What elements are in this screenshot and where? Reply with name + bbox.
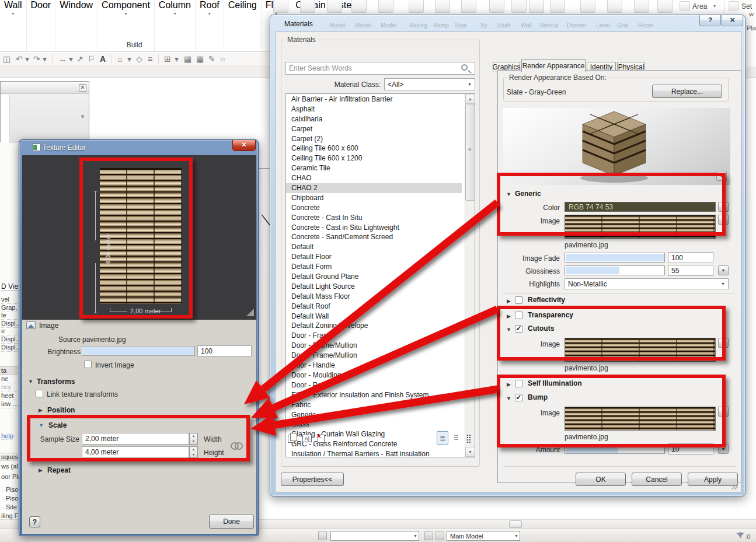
material-item-2[interactable]: caixilharia	[286, 114, 462, 124]
material-item-31[interactable]: Fabric	[286, 400, 462, 410]
duplicate-material-icon[interactable]	[288, 433, 298, 445]
material-item-11[interactable]: Concrete	[286, 203, 462, 213]
separator[interactable]	[158, 54, 159, 64]
material-item-30[interactable]: EIFS - Exterior Insulation and Finish Sy…	[286, 390, 462, 400]
material-item-27[interactable]: Door - Handle	[286, 361, 462, 370]
close-hidden-icon[interactable]: ⊞	[164, 54, 171, 64]
scrollbar-thumb[interactable]	[509, 520, 522, 528]
material-item-15[interactable]: Default	[286, 242, 462, 252]
view-small-icons-icon[interactable]: ⠿	[450, 431, 462, 445]
pencil-icon[interactable]: ✎	[208, 54, 215, 64]
material-item-33[interactable]: Glass	[286, 419, 462, 429]
sidebar-item-13[interactable]: help	[1, 432, 19, 440]
help-button[interactable]: ?	[29, 516, 40, 527]
material-item-7[interactable]: Ceramic Tile	[286, 163, 462, 173]
material-class-combo[interactable]: <All> ▼	[384, 78, 475, 90]
scroll-down-icon[interactable]: ▼	[465, 447, 475, 457]
done-button[interactable]: Done	[209, 515, 254, 529]
material-item-4[interactable]: Carpet (2)	[286, 134, 462, 144]
design-option-combo[interactable]: Main Model▼	[447, 531, 520, 541]
measure-icon[interactable]: ↔	[58, 54, 67, 64]
sidebar-item-4[interactable]: Displ...	[1, 320, 19, 328]
ribbon-tool-icon[interactable]	[435, 0, 450, 13]
scroll-thumb[interactable]	[465, 104, 475, 201]
ribbon-tool-icon[interactable]	[489, 0, 504, 13]
ribbon-tool-icon[interactable]	[461, 0, 476, 13]
ribbon-tool-icon[interactable]	[300, 0, 315, 13]
highlights-combo[interactable]: Non-Metallic▼	[565, 278, 729, 289]
sidebar-item-10[interactable]: ncy	[1, 383, 19, 391]
material-item-14[interactable]: Concrete - Sand/Cement Screed	[286, 232, 462, 242]
material-item-5[interactable]: Ceiling Tile 600 x 600	[286, 144, 462, 153]
sidebar-item-6[interactable]: Displ..	[1, 335, 19, 344]
material-item-29[interactable]: Door - Panel	[286, 380, 462, 390]
dialog-close-button[interactable]: ✕	[722, 15, 743, 26]
texture-editor-close-button[interactable]: ✕	[232, 140, 256, 151]
reflectivity-checkbox[interactable]	[515, 296, 522, 304]
ribbon-tool-icon[interactable]	[409, 0, 424, 13]
dialog-resize-grip[interactable]	[731, 482, 738, 489]
ribbon-tool-icon[interactable]	[351, 0, 367, 13]
sidebar-item-19[interactable]: Site	[1, 503, 19, 512]
user-interface-icon[interactable]: ▦	[196, 54, 204, 64]
redo-dropdown-icon[interactable]: ▾	[43, 54, 47, 64]
material-item-23[interactable]: Default Zoning Envelope	[286, 321, 462, 331]
material-item-28[interactable]: Door - Moulding	[286, 370, 462, 380]
material-item-25[interactable]: Door - Frame/Mullion	[286, 341, 462, 351]
ribbon-tool-icon[interactable]	[657, 0, 673, 13]
material-item-24[interactable]: Door - Frame	[286, 331, 462, 341]
sidebar-item-16[interactable]: oor Pla	[1, 473, 19, 481]
sidebar-item-8[interactable]: ta	[0, 366, 18, 375]
default-3d-view-icon[interactable]: ⌂	[117, 54, 122, 64]
position-expander-icon[interactable]: ▶	[39, 407, 43, 413]
view-list-icon[interactable]: ≣	[437, 431, 448, 445]
delete-material-icon[interactable]: ✕	[316, 433, 327, 445]
ribbon-tool-icon[interactable]	[511, 0, 527, 13]
material-item-19[interactable]: Default Light Source	[286, 282, 462, 292]
brightness-slider[interactable]	[82, 346, 195, 356]
sidebar-item-11[interactable]: heet	[1, 392, 19, 400]
redo-icon[interactable]: ↷	[33, 54, 40, 64]
brightness-value[interactable]: 100	[197, 345, 252, 356]
undo-dropdown-icon[interactable]: ▾	[25, 54, 29, 64]
material-item-3[interactable]: Carpet	[286, 124, 462, 134]
preview-resize-grip[interactable]	[246, 309, 254, 316]
sidebar-item-9[interactable]: ne	[1, 375, 19, 383]
transforms-expander-icon[interactable]: ▼	[28, 379, 33, 384]
image-fade-slider[interactable]	[565, 253, 665, 263]
reflectivity-expander-icon[interactable]: ▶	[507, 298, 511, 304]
glossiness-value[interactable]: 55	[668, 265, 713, 276]
sidebar-item-3[interactable]: le	[1, 312, 19, 320]
rename-material-icon[interactable]: A|	[302, 433, 313, 445]
modify-icon[interactable]: ◫	[3, 54, 11, 64]
separator[interactable]	[53, 54, 53, 64]
repeat-expander-icon[interactable]: ▶	[39, 467, 43, 473]
material-item-18[interactable]: Default Ground Plane	[286, 272, 462, 282]
select-icon[interactable]	[436, 531, 444, 540]
ribbon-tool-icon[interactable]	[634, 0, 649, 13]
scroll-up-icon[interactable]: ▲	[465, 94, 475, 104]
render-icon[interactable]: ○	[220, 54, 225, 64]
invert-image-checkbox[interactable]	[84, 361, 92, 368]
glossiness-slider[interactable]	[565, 265, 665, 275]
ribbon-tool-icon[interactable]	[378, 0, 393, 13]
filter-icon[interactable]	[736, 533, 744, 537]
material-item-12[interactable]: Concrete - Cast In Situ	[286, 213, 462, 223]
view-dropdown-icon[interactable]: ▾	[127, 54, 131, 64]
workset-combo[interactable]: ▼	[330, 531, 419, 541]
worksets-icon[interactable]	[318, 531, 327, 540]
area-dropdown-icon[interactable]: ▾	[713, 4, 716, 9]
thin-lines-icon[interactable]: ≡	[148, 54, 152, 64]
text-icon[interactable]: A	[100, 54, 106, 64]
sidebar-item-7[interactable]: Displ..	[1, 344, 19, 352]
sidebar-item-5[interactable]: e	[1, 327, 19, 335]
palette-dropdown-icon[interactable]: ▼	[80, 114, 85, 120]
material-item-16[interactable]: Default Floor	[286, 252, 462, 262]
material-item-1[interactable]: Asphalt	[286, 104, 462, 114]
material-item-20[interactable]: Default Mass Floor	[286, 292, 462, 302]
ribbon-tool-icon[interactable]	[607, 0, 622, 13]
view-large-icons-icon[interactable]: ⣿	[463, 431, 475, 445]
ribbon-tool-icon[interactable]	[550, 0, 565, 13]
material-item-17[interactable]: Default Form	[286, 262, 462, 272]
material-item-0[interactable]: Air Barrier - Air Infiltration Barrier	[286, 95, 462, 104]
